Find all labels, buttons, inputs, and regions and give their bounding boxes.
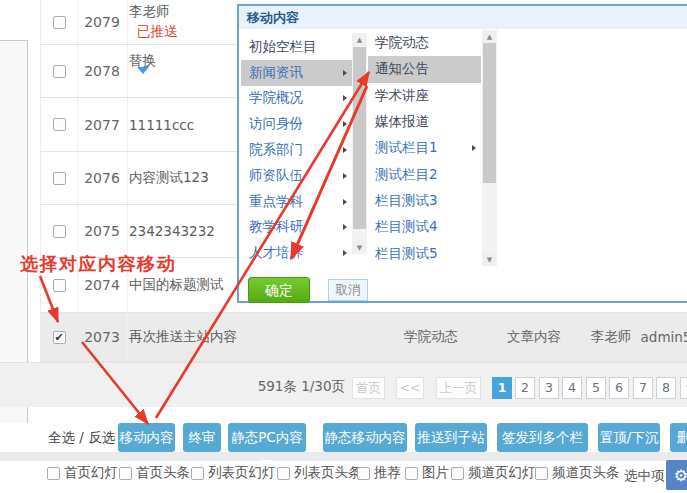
row-checkbox[interactable] xyxy=(53,65,66,78)
target-column-list: 学院动态 通知公告 学术讲座 媒体报道 测试栏目1 测试栏目2 栏目测试3 栏目… xyxy=(368,30,481,267)
flag-checkbox[interactable] xyxy=(451,467,464,480)
row-id: 2075 xyxy=(77,205,128,257)
row-editor: admin5 xyxy=(626,313,687,361)
cancel-button[interactable]: 取消 xyxy=(328,279,368,301)
expand-arrow-icon xyxy=(343,147,347,153)
flag-checkbox[interactable] xyxy=(357,467,370,480)
flag-checkbox[interactable] xyxy=(535,467,548,480)
expand-arrow-icon xyxy=(343,95,347,101)
column-item[interactable]: 院系部门 xyxy=(241,137,352,163)
cms-content-page: 2079 李老师 已推送 2078 替换 2077 11111ccc 2076 … xyxy=(0,0,687,493)
row-id: 2077 xyxy=(77,98,128,151)
status-badge: 已推送 xyxy=(137,23,178,41)
page-button-active[interactable]: 1 xyxy=(492,377,512,399)
apply-settings-button[interactable]: ⚙ xyxy=(666,460,687,490)
column-item[interactable]: 媒体报道 xyxy=(368,109,481,135)
row-checkbox[interactable] xyxy=(53,225,66,238)
column-item[interactable]: 栏目测试5 xyxy=(368,240,481,266)
row-title[interactable]: 再次推送主站内容 xyxy=(129,328,237,346)
scroll-down-icon[interactable]: ▼ xyxy=(482,253,497,266)
flag-channel-headline[interactable]: 频道页头条 xyxy=(535,464,620,482)
static-pc-page-button[interactable]: 静态PC内容页 xyxy=(228,423,306,452)
row-id: 2078 xyxy=(77,45,128,97)
page-button[interactable]: 9 xyxy=(680,377,687,399)
check-icon: ✔ xyxy=(54,332,63,343)
flag-recommend[interactable]: 推荐 xyxy=(357,464,401,482)
page-button[interactable]: 2 xyxy=(515,377,535,399)
page-button[interactable]: 7 xyxy=(633,377,653,399)
flag-image[interactable]: 图片 xyxy=(405,464,449,482)
row-checkbox-checked[interactable]: ✔ xyxy=(53,331,66,344)
scroll-up-icon[interactable]: ▲ xyxy=(482,30,497,43)
flag-home-headline[interactable]: 首页头条 xyxy=(119,464,190,482)
page-button[interactable]: 4 xyxy=(562,377,582,399)
right-list-scrollbar[interactable]: ▲ ▼ xyxy=(482,30,497,266)
row-checkbox[interactable] xyxy=(53,172,66,185)
left-list-scrollbar[interactable]: ▲ ▼ xyxy=(352,33,367,254)
expand-arrow-icon xyxy=(343,224,347,230)
flag-checkbox[interactable] xyxy=(405,467,418,480)
column-item[interactable]: 人才培养 xyxy=(241,240,352,266)
expand-arrow-icon xyxy=(343,70,347,76)
page-button[interactable]: 5 xyxy=(586,377,606,399)
push-to-subsite-button[interactable]: 推送到子站 xyxy=(415,423,487,452)
row-title[interactable]: 中国的标题测试 xyxy=(129,276,224,294)
scrollbar-thumb[interactable] xyxy=(353,47,366,229)
column-item[interactable]: 教学科研 xyxy=(241,215,352,241)
column-item-selected[interactable]: 通知公告 xyxy=(368,56,481,82)
row-title[interactable]: 11111ccc xyxy=(129,117,194,133)
table-row-selected: ✔ 2073 再次推送主站内容 学院动态 文章内容 李老师 admin5 xyxy=(40,313,687,362)
page-button[interactable]: 8 xyxy=(656,377,676,399)
row-checkbox[interactable] xyxy=(53,279,66,292)
flag-channel-slide[interactable]: 频道页幻灯 xyxy=(451,464,536,482)
flag-checkbox[interactable] xyxy=(119,467,132,480)
flag-checkbox[interactable] xyxy=(47,467,60,480)
column-item[interactable]: 测试栏目1 xyxy=(368,135,481,161)
prev-page-button[interactable]: 上一页 xyxy=(436,377,481,399)
move-content-button[interactable]: 移动内容 xyxy=(118,423,175,452)
row-category: 学院动态 xyxy=(381,313,481,361)
flag-checkbox[interactable] xyxy=(191,467,204,480)
selected-items-label: 选中项: xyxy=(624,467,669,485)
expand-arrow-icon xyxy=(472,145,476,151)
flag-list-headline[interactable]: 列表页头条 xyxy=(277,464,362,482)
first-page-button[interactable]: 首页 xyxy=(352,377,385,399)
column-item-selected[interactable]: 新闻资讯 xyxy=(241,60,352,86)
pin-sink-button[interactable]: 置顶/下沉 xyxy=(598,423,660,452)
row-title[interactable]: 2342343232 xyxy=(129,223,215,239)
scrollbar-thumb[interactable] xyxy=(483,43,496,183)
flag-list-slide[interactable]: 列表页幻灯 xyxy=(191,464,276,482)
scroll-up-icon[interactable]: ▲ xyxy=(352,33,367,46)
row-checkbox[interactable] xyxy=(53,118,66,131)
delete-button[interactable]: 删除 xyxy=(670,423,687,452)
static-mobile-button[interactable]: 静态移动内容 xyxy=(323,423,407,452)
row-checkbox[interactable] xyxy=(53,16,66,29)
row-id: 2076 xyxy=(77,152,128,204)
fast-prev-button[interactable]: << xyxy=(396,377,424,399)
confirm-button[interactable]: 确定 xyxy=(248,277,310,303)
page-button[interactable]: 6 xyxy=(609,377,629,399)
pagination-bar: 591条 1/30页 首页 << 上一页 1 2 3 4 5 6 7 8 9 xyxy=(0,362,687,407)
column-item[interactable]: 栏目测试4 xyxy=(368,214,481,240)
page-button[interactable]: 3 xyxy=(539,377,559,399)
publish-to-columns-button[interactable]: 签发到多个栏目 xyxy=(497,423,588,452)
expand-arrow-icon xyxy=(343,199,347,205)
source-column-list: 初始空栏目 新闻资讯 学院概况 访问身份 院系部门 师资队伍 重点学科 教学科研… xyxy=(241,34,352,266)
column-item[interactable]: 学院概况 xyxy=(241,86,352,112)
select-all-toggle[interactable]: 全选 / 反选 xyxy=(48,429,115,447)
row-title[interactable]: 李老师 xyxy=(129,3,170,21)
flag-home-slide[interactable]: 首页幻灯 xyxy=(47,464,118,482)
column-item[interactable]: 访问身份 xyxy=(241,111,352,137)
column-item[interactable]: 初始空栏目 xyxy=(241,34,352,60)
column-item[interactable]: 学术讲座 xyxy=(368,83,481,109)
column-item[interactable]: 重点学科 xyxy=(241,189,352,215)
column-item[interactable]: 测试栏目2 xyxy=(368,161,481,187)
expand-arrow-icon xyxy=(343,250,347,256)
scroll-down-icon[interactable]: ▼ xyxy=(352,241,367,254)
column-item[interactable]: 师资队伍 xyxy=(241,163,352,189)
column-item[interactable]: 栏目测试3 xyxy=(368,188,481,214)
final-review-button[interactable]: 终审 xyxy=(183,423,221,452)
row-title[interactable]: 内容测试123 xyxy=(129,169,209,187)
column-item[interactable]: 学院动态 xyxy=(368,30,481,56)
flag-checkbox[interactable] xyxy=(277,467,290,480)
